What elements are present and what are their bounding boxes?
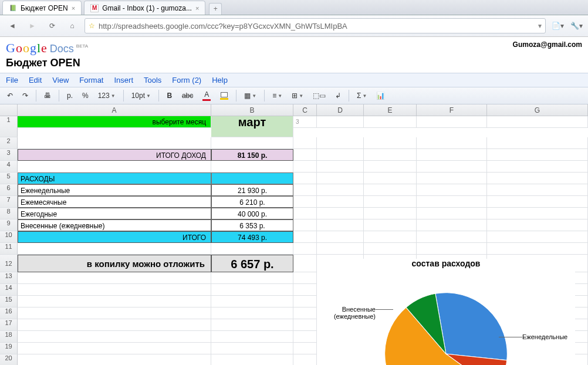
home-button[interactable]: ⌂ — [65, 19, 80, 33]
row-header[interactable]: 8 — [0, 208, 18, 219]
cell[interactable] — [417, 173, 487, 184]
percent-button[interactable]: % — [79, 89, 92, 102]
cell[interactable] — [317, 137, 364, 149]
currency-button[interactable]: р. — [63, 89, 76, 102]
cell[interactable] — [317, 196, 364, 208]
cell[interactable] — [317, 284, 364, 296]
cell[interactable] — [487, 208, 588, 219]
cell[interactable] — [18, 319, 211, 331]
cell[interactable] — [293, 296, 317, 307]
cell[interactable] — [317, 296, 364, 307]
row-header[interactable]: 1 — [0, 116, 18, 137]
cell[interactable] — [317, 184, 364, 196]
cell[interactable] — [417, 196, 487, 208]
cell[interactable] — [211, 272, 293, 284]
url-bar[interactable]: ☆ http://spreadsheets.google.com/ccc?key… — [85, 18, 546, 33]
cell[interactable] — [293, 149, 317, 161]
cell[interactable] — [364, 255, 417, 272]
merge-button[interactable]: ⬚▭ — [309, 89, 329, 102]
cell[interactable]: 40 000 р. — [211, 208, 293, 219]
cell[interactable] — [487, 161, 588, 173]
spreadsheet-grid[interactable]: ABCDEFG1выберите месяцмарт323ИТОГО ДОХОД… — [0, 104, 588, 365]
cell[interactable] — [417, 219, 487, 231]
fill-color-button[interactable] — [217, 89, 232, 102]
cell[interactable] — [417, 272, 487, 284]
user-email[interactable]: Gumoza@gmail.com — [513, 40, 582, 56]
cell[interactable] — [18, 284, 211, 296]
row-header[interactable]: 17 — [0, 319, 18, 331]
menu-edit[interactable]: Edit — [29, 76, 42, 85]
number-format-button[interactable]: 123▼ — [94, 89, 119, 102]
row-header[interactable]: 3 — [0, 149, 18, 161]
cell[interactable] — [364, 243, 417, 255]
cell[interactable]: Ежегодные — [18, 208, 211, 219]
cell[interactable] — [293, 284, 317, 296]
cell[interactable]: 6 353 р. — [211, 219, 293, 231]
column-header[interactable]: E — [364, 104, 417, 116]
cell[interactable] — [293, 272, 317, 284]
row-header[interactable]: 10 — [0, 231, 18, 243]
row-header[interactable]: 16 — [0, 307, 18, 319]
cell[interactable] — [417, 208, 487, 219]
cell[interactable] — [417, 307, 487, 319]
align-button[interactable]: ≡▼ — [269, 89, 286, 102]
cell[interactable] — [417, 149, 487, 161]
cell[interactable] — [364, 343, 417, 354]
cell[interactable] — [364, 307, 417, 319]
cell[interactable] — [211, 296, 293, 307]
cell[interactable] — [417, 343, 487, 354]
cell[interactable] — [317, 343, 364, 354]
cell[interactable] — [417, 255, 487, 272]
wrap-button[interactable]: ↲ — [332, 89, 344, 102]
cell[interactable] — [211, 137, 293, 149]
cell[interactable]: ИТОГО ДОХОД — [18, 149, 211, 161]
cell[interactable] — [417, 137, 487, 149]
cell[interactable] — [18, 354, 211, 365]
cell[interactable]: выберите месяц — [18, 116, 211, 128]
menu-tools[interactable]: Tools — [144, 76, 161, 85]
cell[interactable] — [417, 331, 487, 343]
row-header[interactable]: 20 — [0, 354, 18, 365]
insert-button[interactable]: ⊞▼ — [288, 89, 307, 102]
bookmark-star-icon[interactable]: ☆ — [89, 22, 95, 30]
cell[interactable] — [317, 354, 364, 365]
cell[interactable] — [487, 184, 588, 196]
cell[interactable] — [18, 272, 211, 284]
cell[interactable] — [487, 137, 588, 149]
cell[interactable] — [364, 284, 417, 296]
print-button[interactable]: 🖶 — [40, 89, 55, 102]
cell[interactable] — [364, 196, 417, 208]
row-header[interactable]: 14 — [0, 284, 18, 296]
cell[interactable] — [364, 219, 417, 231]
menu-form[interactable]: Form (2) — [172, 76, 201, 85]
column-header[interactable]: A — [18, 104, 211, 116]
menu-view[interactable]: View — [52, 76, 69, 85]
text-color-button[interactable]: A — [199, 89, 214, 102]
close-tab-icon[interactable]: × — [195, 5, 199, 12]
cell[interactable] — [293, 255, 317, 272]
cell[interactable] — [487, 219, 588, 231]
cell[interactable] — [364, 184, 417, 196]
cell[interactable] — [364, 354, 417, 365]
cell[interactable] — [364, 272, 417, 284]
google-docs-logo[interactable]: Google Docs BETA — [6, 40, 88, 56]
cell[interactable] — [293, 161, 317, 173]
cell[interactable] — [211, 173, 293, 184]
chart-button[interactable]: 📊 — [373, 89, 388, 102]
cell[interactable] — [417, 116, 487, 128]
cell[interactable] — [417, 243, 487, 255]
column-header[interactable]: F — [417, 104, 487, 116]
new-tab-button[interactable]: + — [209, 3, 222, 15]
cell[interactable] — [364, 149, 417, 161]
cell[interactable] — [487, 343, 588, 354]
row-header[interactable]: 18 — [0, 331, 18, 343]
strikethrough-button[interactable]: abc — [178, 89, 197, 102]
cell[interactable] — [417, 184, 487, 196]
cell[interactable] — [487, 272, 588, 284]
cell[interactable] — [317, 116, 364, 128]
cell[interactable] — [487, 231, 588, 243]
cell[interactable] — [487, 243, 588, 255]
borders-button[interactable]: ▦▼ — [241, 89, 260, 102]
cell[interactable] — [317, 255, 364, 272]
cell[interactable] — [293, 331, 317, 343]
